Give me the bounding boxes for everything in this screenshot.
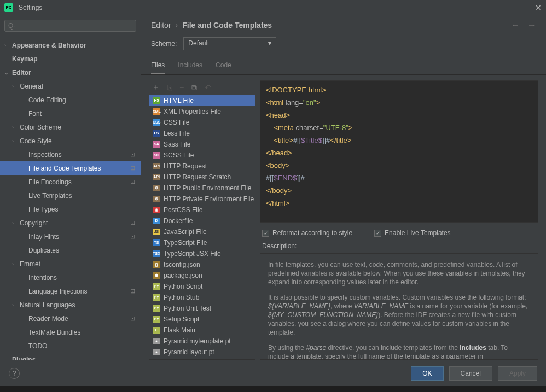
template-item[interactable]: TSTypeScript File	[149, 237, 255, 248]
tree-item-label: Appearance & Behavior	[12, 42, 86, 49]
tree-item-label: Copyright	[20, 219, 48, 227]
py-file-icon: PY	[153, 316, 160, 323]
template-item[interactable]: H5HTML File	[149, 95, 255, 106]
tab-includes[interactable]: Includes	[178, 57, 202, 74]
js-file-icon: JS	[153, 229, 160, 235]
template-item-label: package.json	[164, 272, 202, 279]
tree-item[interactable]: TODO	[0, 339, 141, 353]
tree-item[interactable]: ›Appearance & Behavior	[0, 38, 141, 52]
http-file-icon: ⚙	[153, 185, 160, 191]
py-file-icon: PY	[153, 283, 160, 290]
tree-item[interactable]: Duplicates	[0, 243, 141, 257]
template-item[interactable]: SASass File	[149, 139, 255, 150]
template-item[interactable]: PYPython Stub	[149, 292, 255, 303]
tree-item-label: Editor	[12, 69, 31, 77]
template-item-label: SCSS File	[164, 151, 194, 159]
tree-item[interactable]: ›Natural Languages	[0, 298, 141, 312]
live-templates-checkbox[interactable]: ✓ Enable Live Templates	[374, 229, 451, 237]
close-icon[interactable]: ✕	[535, 3, 542, 12]
template-item[interactable]: ▲Pyramid layout pt	[149, 347, 255, 358]
template-item[interactable]: APIHTTP Request Scratch	[149, 172, 255, 183]
tree-item[interactable]: Reader Mode⊡	[0, 312, 141, 325]
template-item[interactable]: XMLXML Properties File	[149, 106, 255, 117]
template-item[interactable]: ⚙HTTP Public Environment File	[149, 183, 255, 194]
template-item[interactable]: APIHTTP Request	[149, 161, 255, 172]
copy-icon[interactable]: ⧉	[191, 83, 197, 92]
tree-item[interactable]: ⌄Editor	[0, 66, 141, 79]
docker-file-icon: D	[153, 218, 160, 224]
description-p1: In file templates, you can use text, cod…	[268, 260, 530, 286]
template-item[interactable]: FFlask Main	[149, 325, 255, 336]
project-scope-icon: ⊡	[130, 315, 135, 322]
cancel-button[interactable]: Cancel	[449, 366, 492, 381]
settings-tree[interactable]: ›Appearance & BehaviorKeymap⌄Editor›Gene…	[0, 36, 141, 360]
template-item[interactable]: JSJavaScript File	[149, 226, 255, 237]
tree-item-label: Font	[28, 110, 42, 118]
remove-icon[interactable]: −	[179, 83, 184, 92]
help-icon[interactable]: ?	[9, 368, 20, 379]
nav-back-icon[interactable]: ←	[511, 20, 520, 30]
titlebar: PC Settings ✕	[0, 0, 546, 15]
tree-item-label: Emmet	[20, 260, 40, 268]
nav-forward-icon[interactable]: →	[527, 20, 536, 30]
template-item-label: HTTP Request Scratch	[164, 173, 231, 181]
template-item[interactable]: TSXTypeScript JSX File	[149, 248, 255, 259]
apply-button[interactable]: Apply	[498, 366, 537, 381]
template-item-label: Sass File	[164, 141, 190, 148]
revert-icon[interactable]: ↶	[205, 83, 211, 92]
tree-item[interactable]: ›Emmet	[0, 257, 141, 271]
tree-item[interactable]: File and Code Templates⊡	[0, 161, 141, 175]
template-item[interactable]: PYSetup Script	[149, 314, 255, 325]
tree-item[interactable]: Plugins	[0, 353, 141, 360]
template-item[interactable]: ◉PostCSS File	[149, 204, 255, 215]
template-item[interactable]: DDockerfile	[149, 215, 255, 226]
json-file-icon: {}	[153, 261, 160, 268]
reformat-checkbox[interactable]: ✓ Reformat according to style	[262, 229, 352, 237]
tree-item[interactable]: Live Templates	[0, 189, 141, 202]
template-item-label: HTML File	[164, 97, 194, 104]
template-item[interactable]: PYPython Unit Test	[149, 303, 255, 314]
tree-item[interactable]: Keymap	[0, 52, 141, 66]
sidebar: ›Appearance & BehaviorKeymap⌄Editor›Gene…	[0, 15, 141, 360]
breadcrumb-editor[interactable]: Editor	[151, 21, 171, 30]
tab-files[interactable]: Files	[151, 57, 165, 74]
scheme-select[interactable]: Default	[183, 37, 276, 50]
tree-item[interactable]: Intentions	[0, 271, 141, 284]
template-item[interactable]: ⬢package.json	[149, 270, 255, 281]
template-item[interactable]: LSLess File	[149, 128, 255, 139]
tree-item[interactable]: Inlay Hints⊡	[0, 230, 141, 243]
add-icon[interactable]: ＋	[152, 83, 160, 92]
add-child-icon[interactable]: ⎘	[167, 83, 172, 92]
template-item[interactable]: {}tsconfig.json	[149, 259, 255, 270]
tree-item[interactable]: Code Editing	[0, 93, 141, 107]
tree-item[interactable]: ›Code Style	[0, 134, 141, 148]
checkbox-icon: ✓	[262, 230, 269, 237]
tree-item-label: General	[20, 83, 43, 90]
template-item[interactable]: PYPython Script	[149, 281, 255, 292]
search-input[interactable]	[4, 20, 136, 32]
tree-item[interactable]: ›Copyright⊡	[0, 216, 141, 230]
tree-item-label: File and Code Templates	[28, 165, 101, 172]
template-item[interactable]: SCSCSS File	[149, 150, 255, 161]
tree-item[interactable]: TextMate Bundles	[0, 325, 141, 339]
tree-item[interactable]: ›Color Scheme	[0, 120, 141, 134]
template-item[interactable]: CSSCSS File	[149, 117, 255, 128]
tree-item-label: Code Style	[20, 137, 52, 145]
tree-item-label: Inlay Hints	[28, 233, 59, 241]
tree-item[interactable]: Language Injections⊡	[0, 284, 141, 298]
tree-item[interactable]: File Types	[0, 202, 141, 216]
tree-item[interactable]: Inspections⊡	[0, 148, 141, 161]
tab-code[interactable]: Code	[216, 57, 231, 74]
template-item-label: Setup Script	[164, 315, 199, 323]
code-editor[interactable]: <!DOCTYPE html> <html lang="en"> <head> …	[260, 80, 538, 223]
ok-button[interactable]: OK	[411, 366, 443, 381]
tree-item-label: Code Editing	[28, 96, 66, 104]
tree-item[interactable]: File Encodings⊡	[0, 175, 141, 189]
template-item[interactable]: ⚙HTTP Private Environment File	[149, 194, 255, 204]
tree-item[interactable]: Font	[0, 107, 141, 120]
description-box[interactable]: In file templates, you can use text, cod…	[260, 253, 538, 360]
template-list[interactable]: H5HTML FileXMLXML Properties FileCSSCSS …	[149, 95, 255, 360]
live-templates-label: Enable Live Templates	[385, 229, 451, 237]
template-item[interactable]: ▲Pyramid mytemplate pt	[149, 336, 255, 347]
tree-item[interactable]: ›General	[0, 79, 141, 93]
